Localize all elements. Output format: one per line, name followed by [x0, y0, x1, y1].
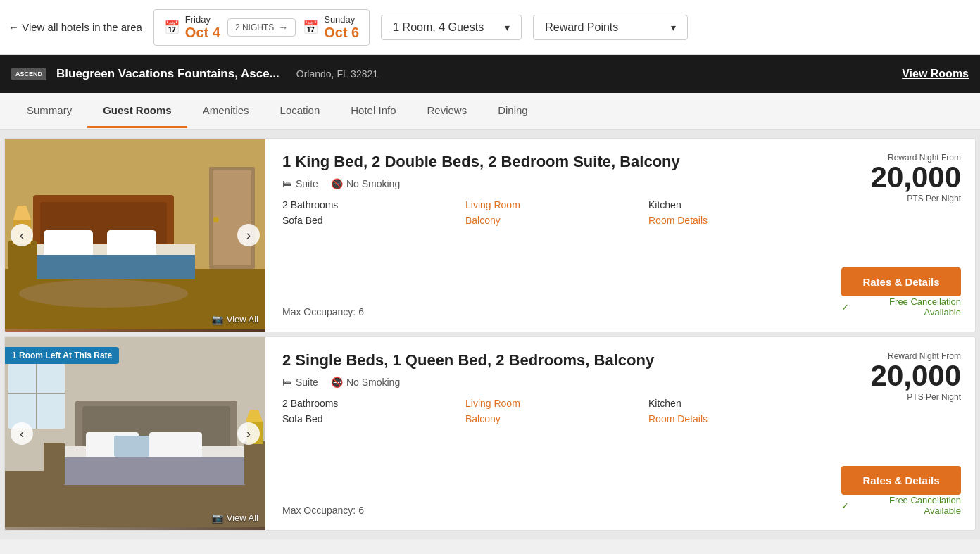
free-cancel-label: Free Cancellation Available [852, 495, 961, 516]
no-smoking-icon: 🚭 [331, 178, 343, 189]
amenity-bathrooms: 2 Bathrooms [282, 398, 451, 409]
svg-rect-7 [19, 255, 195, 279]
svg-rect-6 [107, 230, 156, 258]
pts-per-night: PTS Per Night [871, 194, 961, 203]
tab-guest-rooms[interactable]: Guest Rooms [87, 94, 187, 128]
price-bottom: Rates & Details ✓ Free Cancellation Avai… [841, 466, 961, 516]
prev-image-button[interactable]: ‹ [11, 224, 33, 246]
checkin-date-text: Friday Oct 4 [185, 14, 220, 41]
room-details-link[interactable]: Room Details [648, 215, 817, 226]
tab-amenities[interactable]: Amenities [187, 94, 265, 128]
smoking-label: No Smoking [346, 377, 400, 388]
room-type-tag: 🛏 Suite [282, 178, 318, 189]
view-all-label: View All [227, 314, 258, 325]
nights-badge: 2 NIGHTS → [227, 18, 296, 37]
amenity-sofa-bed: Sofa Bed [282, 413, 451, 424]
room-amenities: 2 Bathrooms Living Room Kitchen Sofa Bed… [282, 398, 817, 424]
points-amount: 20,000 [871, 361, 961, 391]
svg-rect-5 [44, 230, 93, 258]
rooms-label: 1 Room, 4 Guests [393, 21, 484, 34]
view-all-photos[interactable]: 📷 View All [212, 314, 258, 325]
smoking-tag: 🚭 No Smoking [331, 178, 400, 189]
view-all-photos[interactable]: 📷 View All [212, 512, 258, 523]
rates-details-button[interactable]: Rates & Details [841, 267, 961, 296]
tab-reviews[interactable]: Reviews [412, 94, 483, 128]
tab-dining[interactable]: Dining [482, 94, 544, 128]
room-details-link[interactable]: Room Details [648, 413, 817, 424]
room-image-section: ‹ › 📷 View All [5, 139, 265, 332]
room-tags: 🛏 Suite 🚭 No Smoking [282, 178, 817, 189]
ascend-badge: ASCEND [11, 68, 46, 81]
nights-label: 2 NIGHTS [235, 23, 274, 32]
amenity-bathrooms: 2 Bathrooms [282, 199, 451, 210]
smoking-tag: 🚭 No Smoking [331, 377, 400, 388]
rooms-dropdown[interactable]: 1 Room, 4 Guests ▾ [381, 15, 522, 40]
room-type-label: Suite [296, 377, 318, 388]
checkout-date: Oct 6 [324, 25, 359, 41]
checkmark-icon: ✓ [841, 302, 849, 313]
hotel-name: Bluegreen Vacations Fountains, Asce... [56, 67, 279, 81]
rates-details-button[interactable]: Rates & Details [841, 466, 961, 495]
amenity-living-room[interactable]: Living Room [465, 398, 634, 409]
free-cancellation: ✓ Free Cancellation Available [841, 495, 961, 516]
price-top: Reward Night From 20,000 PTS Per Night [871, 351, 961, 402]
next-image-button[interactable]: › [237, 422, 260, 445]
rooms-chevron-icon: ▾ [505, 22, 510, 33]
svg-rect-12 [213, 170, 251, 265]
top-nav: ← View all hotels in the area 📅 Friday O… [0, 0, 980, 55]
svg-rect-8 [8, 241, 37, 279]
svg-point-14 [19, 279, 188, 308]
svg-rect-26 [61, 457, 258, 485]
pts-per-night: PTS Per Night [871, 392, 961, 402]
bed-icon: 🛏 [282, 377, 292, 388]
tab-location[interactable]: Location [265, 94, 336, 128]
tab-summary[interactable]: Summary [11, 94, 87, 128]
view-all-label: View All [227, 512, 258, 523]
tab-hotel-info[interactable]: Hotel Info [335, 94, 411, 128]
smoking-label: No Smoking [346, 178, 400, 189]
rooms-container: ‹ › 📷 View All 1 King Bed, 2 Double Beds… [0, 130, 980, 539]
hotel-bar: ASCEND Bluegreen Vacations Fountains, As… [0, 55, 980, 93]
rewards-chevron-icon: ▾ [671, 22, 676, 33]
amenity-living-room[interactable]: Living Room [465, 199, 634, 210]
checkout-calendar-icon: 📅 [303, 20, 318, 35]
amenity-balcony[interactable]: Balcony [465, 215, 634, 226]
amenity-balcony[interactable]: Balcony [465, 413, 634, 424]
hotel-location: Orlando, FL 32821 [296, 68, 378, 80]
bed-icon: 🛏 [282, 178, 292, 189]
room-image [5, 139, 265, 332]
amenity-sofa-bed: Sofa Bed [282, 215, 451, 226]
prev-image-button[interactable]: ‹ [11, 422, 33, 445]
back-link[interactable]: ← View all hotels in the area [8, 21, 142, 33]
room-card: ‹ › 📷 View All 1 King Bed, 2 Double Beds… [4, 138, 976, 332]
free-cancel-label: Free Cancellation Available [852, 296, 961, 317]
checkout-date-box: 📅 Sunday Oct 6 [303, 14, 359, 41]
arrow-right-icon: → [278, 22, 288, 33]
room-card: 1 Room Left At This Rate ‹ › 📷 View All … [4, 336, 976, 531]
points-amount: 20,000 [871, 163, 961, 192]
amenity-kitchen: Kitchen [648, 199, 817, 210]
svg-rect-25 [114, 436, 149, 457]
checkin-date: Oct 4 [185, 25, 220, 41]
room-image [5, 337, 265, 530]
rewards-dropdown[interactable]: Reward Points ▾ [533, 15, 688, 40]
price-top: Reward Night From 20,000 PTS Per Night [871, 153, 961, 203]
svg-rect-30 [44, 443, 65, 485]
room-amenities: 2 Bathrooms Living Room Kitchen Sofa Bed… [282, 199, 817, 226]
next-image-button[interactable]: › [237, 224, 260, 246]
view-rooms-link[interactable]: View Rooms [902, 68, 969, 80]
svg-rect-24 [149, 432, 202, 459]
room-tags: 🛏 Suite 🚭 No Smoking [282, 377, 817, 388]
date-selector[interactable]: 📅 Friday Oct 4 2 NIGHTS → 📅 Sunday Oct 6 [153, 9, 370, 46]
amenity-kitchen: Kitchen [648, 398, 817, 409]
room-image-section: 1 Room Left At This Rate ‹ › 📷 View All [5, 337, 265, 530]
room-info: 1 King Bed, 2 Double Beds, 2 Bedroom Sui… [265, 139, 834, 332]
urgency-badge: 1 Room Left At This Rate [5, 347, 119, 364]
checkin-calendar-icon: 📅 [164, 20, 180, 35]
max-occupancy: Max Occupancy: 6 [282, 498, 817, 516]
checkmark-icon: ✓ [841, 501, 849, 511]
camera-icon: 📷 [212, 512, 223, 523]
svg-point-13 [213, 217, 219, 222]
tabs-bar: Summary Guest Rooms Amenities Location H… [0, 93, 980, 130]
room-info: 2 Single Beds, 1 Queen Bed, 2 Bedrooms, … [265, 337, 834, 530]
